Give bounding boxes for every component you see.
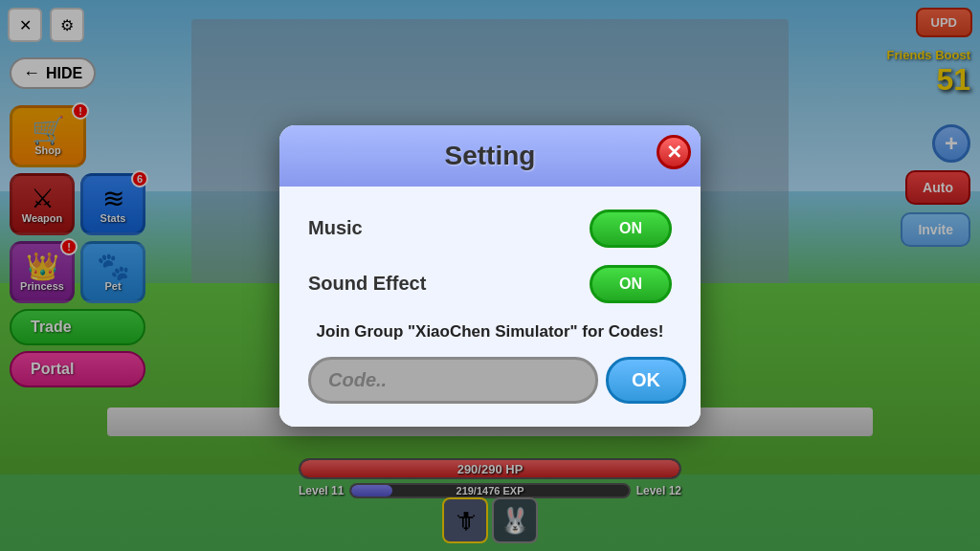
sound-row: Sound Effect ON xyxy=(308,265,672,303)
music-label: Music xyxy=(308,217,363,239)
modal-overlay: Setting ✕ Music ON Sound Effect ON Join … xyxy=(0,0,980,551)
setting-modal: Setting ✕ Music ON Sound Effect ON Join … xyxy=(279,125,701,427)
sound-toggle[interactable]: ON xyxy=(590,265,672,303)
modal-body: Music ON Sound Effect ON Join Group "Xia… xyxy=(279,187,701,427)
code-row: OK xyxy=(308,357,672,404)
ok-button[interactable]: OK xyxy=(606,357,686,404)
sound-label: Sound Effect xyxy=(308,273,426,295)
music-toggle[interactable]: ON xyxy=(590,209,672,248)
modal-title: Setting xyxy=(299,141,681,171)
music-row: Music ON xyxy=(308,209,672,248)
modal-header: Setting xyxy=(279,125,701,187)
code-input[interactable] xyxy=(308,357,598,404)
modal-close-button[interactable]: ✕ xyxy=(657,135,691,169)
join-group-text: Join Group "XiaoChen Simulator" for Code… xyxy=(308,322,672,342)
